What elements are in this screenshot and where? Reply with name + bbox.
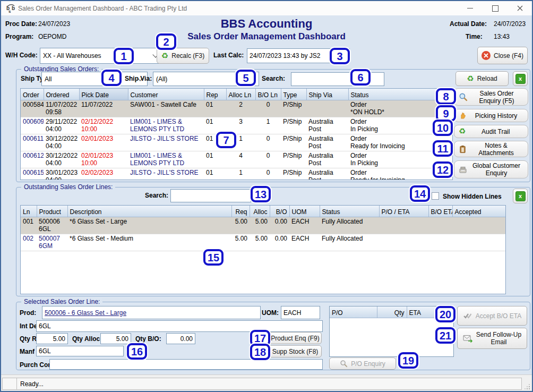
recalc-button[interactable]: ♻ Recalc (F3) bbox=[157, 48, 209, 64]
prod-link[interactable]: 500006 - 6 Glass Set - Large bbox=[45, 309, 126, 317]
callout-18: 18 bbox=[250, 344, 270, 360]
app-window: bbs Sales Order Management Dashboard - A… bbox=[0, 0, 533, 392]
callout-4: 4 bbox=[101, 70, 122, 86]
close-red-icon bbox=[482, 51, 491, 60]
cash-register-icon bbox=[459, 166, 467, 174]
prod-label: Prod: bbox=[20, 309, 36, 317]
picking-history-button[interactable]: Picking History bbox=[454, 109, 528, 122]
recycle-icon: ♻ bbox=[459, 127, 466, 135]
order-row[interactable]: 000611 30/12/2022 04:00 02/01/2023 JILST… bbox=[21, 134, 452, 151]
line-row[interactable]: 002 500007 6GM *6 Glass Set - Medium 5.0… bbox=[21, 234, 505, 251]
uom-field: EACH bbox=[281, 306, 320, 319]
callout-6: 6 bbox=[350, 69, 371, 86]
orders-col-rep[interactable]: Rep bbox=[204, 89, 226, 100]
orders-col-ordered[interactable]: Ordered bbox=[44, 89, 79, 100]
orders-col-type[interactable]: Type bbox=[281, 89, 306, 100]
callout-7: 7 bbox=[216, 132, 236, 148]
lines-search-input[interactable] bbox=[170, 189, 251, 202]
actual-date-label: Actual Date: bbox=[450, 20, 487, 28]
accept-bo-eta-button[interactable]: Accept B/O ETA bbox=[457, 306, 527, 326]
last-calc-label: Last Calc: bbox=[213, 52, 244, 59]
orders-col-customer[interactable]: Customer bbox=[128, 89, 204, 100]
callout-13: 13 bbox=[251, 186, 271, 202]
purch-comm-field bbox=[49, 359, 323, 370]
lines-search-label: Search: bbox=[145, 192, 168, 199]
order-row[interactable]: 000615 30/01/2023 04:00 02/02/2023 JILST… bbox=[21, 168, 452, 181]
order-row[interactable]: 000609 29/11/2022 04:00 02/12/2022 10:00… bbox=[21, 117, 452, 134]
product-enq-button[interactable]: Product Enq (F9) bbox=[269, 332, 322, 344]
svg-text:b: b bbox=[12, 5, 15, 11]
outstanding-lines-legend: Outstanding Sales Order Lines: bbox=[21, 183, 115, 191]
sales-order-enquiry-button[interactable]: Sales Order Enquiry (F5) bbox=[454, 88, 528, 106]
lines-col-status[interactable]: Status bbox=[320, 206, 379, 217]
reload-button[interactable]: ♻ Reload bbox=[455, 71, 509, 86]
lines-col-product[interactable]: Product bbox=[37, 206, 67, 217]
time-label: Time: bbox=[466, 33, 483, 40]
supp-stock-button[interactable]: Supp Stock (F8) bbox=[269, 345, 322, 357]
po-col-po[interactable]: P/O bbox=[330, 306, 377, 318]
qty-alloc-field: 5.00 bbox=[100, 333, 131, 344]
callout-1: 1 bbox=[114, 48, 134, 64]
outstanding-orders-group: Outstanding Sales Orders: Ship Type: All… bbox=[16, 69, 530, 182]
callout-20: 20 bbox=[435, 306, 455, 322]
lines-col-ln[interactable]: Ln bbox=[21, 206, 37, 217]
lines-col-bo-eta[interactable]: B/O ETA bbox=[428, 206, 452, 217]
callout-16: 16 bbox=[127, 343, 147, 360]
lines-excel-export-button[interactable]: x bbox=[513, 189, 528, 203]
callout-8: 8 bbox=[436, 88, 456, 105]
global-customer-enquiry-button[interactable]: Global Customer Enquiry bbox=[454, 160, 528, 178]
lines-col-uom[interactable]: UOM bbox=[289, 206, 320, 217]
status-message-panel: Ready... bbox=[16, 378, 522, 390]
ship-via-value: (All) bbox=[156, 75, 167, 83]
close-f4-button[interactable]: Close (F4) bbox=[477, 47, 528, 64]
excel-export-icon: x bbox=[515, 74, 526, 84]
orders-col-bo-ln[interactable]: B/O Ln bbox=[255, 89, 281, 100]
recycle-icon: ♻ bbox=[467, 75, 474, 83]
hand-icon bbox=[459, 112, 467, 120]
callout-12: 12 bbox=[433, 161, 453, 178]
orders-col-order[interactable]: Order bbox=[21, 89, 44, 100]
orders-col-ship-via[interactable]: Ship Via bbox=[306, 89, 348, 100]
time-value: 13:43 bbox=[494, 33, 510, 40]
lines-col-po-eta[interactable]: P/O / ETA bbox=[379, 206, 428, 217]
app-logo-icon: bbs bbox=[6, 3, 16, 13]
prod-field: 500006 - 6 Glass Set - Large bbox=[42, 306, 261, 319]
qty-bo-field: 0.00 bbox=[166, 333, 195, 344]
orders-table: Order Ordered Pick Date Customer Rep All… bbox=[20, 88, 453, 180]
send-followup-email-button[interactable]: Send Follow-Up Email bbox=[457, 328, 527, 349]
callout-21: 21 bbox=[435, 327, 455, 344]
int-desc-field: 6GL bbox=[36, 320, 323, 332]
order-row[interactable]: 000584 11/07/2022 09:58 11/07/2022 SAW00… bbox=[21, 100, 452, 117]
close-window-button[interactable] bbox=[512, 3, 528, 14]
po-col-qty[interactable]: Qty bbox=[377, 306, 407, 318]
ship-type-value: All bbox=[45, 75, 51, 83]
ship-via-label: Ship Via: bbox=[125, 75, 152, 82]
order-row[interactable]: 000612 30/12/2022 04:00 02/01/2023 10:00… bbox=[21, 151, 452, 168]
maximize-button[interactable] bbox=[487, 3, 503, 14]
po-enquiry-button[interactable]: P/O Enquiry bbox=[329, 357, 396, 370]
lines-col-description[interactable]: Description bbox=[67, 206, 231, 217]
audit-trail-button[interactable]: ♻ Audit Trail bbox=[454, 125, 528, 138]
orders-col-pick-date[interactable]: Pick Date bbox=[79, 89, 128, 100]
lines-col-bo[interactable]: B/O bbox=[270, 206, 289, 217]
selected-line-legend: Selected Sales Order Line: bbox=[21, 298, 102, 305]
callout-2: 2 bbox=[156, 33, 176, 50]
line-row[interactable]: 001 500006 6GL *6 Glass Set - Large 5.00… bbox=[21, 217, 505, 234]
callout-10: 10 bbox=[433, 120, 453, 136]
qty-alloc-label: Qty Alloc: bbox=[72, 335, 102, 343]
minimize-button[interactable] bbox=[462, 3, 478, 14]
show-hidden-lines-label: Show Hidden Lines bbox=[443, 193, 502, 200]
clipboard-icon bbox=[459, 145, 467, 154]
resize-grip[interactable] bbox=[524, 384, 530, 390]
orders-excel-export-button[interactable]: x bbox=[513, 71, 528, 86]
lines-col-accepted[interactable]: Accepted bbox=[452, 206, 505, 217]
wh-code-label: W/H Code: bbox=[5, 52, 38, 59]
notes-attachments-button[interactable]: Notes & Attachments bbox=[454, 141, 528, 157]
lines-col-req[interactable]: Req bbox=[231, 206, 250, 217]
lines-col-alloc[interactable]: Alloc bbox=[250, 206, 270, 217]
lines-table: Ln Product Description Req Alloc B/O UOM… bbox=[20, 205, 506, 294]
show-hidden-lines-checkbox[interactable] bbox=[432, 192, 439, 200]
window-title: Sales Order Management Dashboard - ABC T… bbox=[18, 5, 187, 12]
orders-col-alloc-ln[interactable]: Alloc Ln bbox=[226, 89, 255, 100]
wh-code-dropdown[interactable]: XX - All Warehouses bbox=[40, 48, 163, 64]
